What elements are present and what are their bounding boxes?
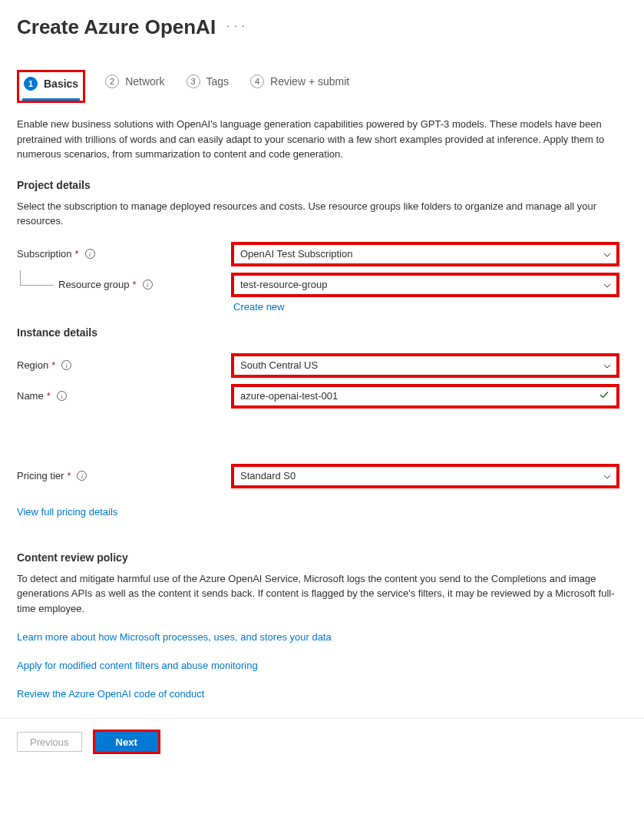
required-indicator: * — [67, 470, 71, 481]
validation-check-icon — [598, 389, 610, 403]
region-label: Region * i — [17, 359, 233, 371]
chevron-down-icon — [603, 281, 610, 289]
info-icon[interactable]: i — [143, 280, 153, 290]
tab-label: Basics — [44, 78, 78, 90]
wizard-footer: Previous Next — [0, 718, 644, 765]
tab-label: Tags — [206, 75, 230, 88]
resource-group-label: Resource group * i — [17, 279, 233, 290]
pricing-tier-select[interactable]: Standard S0 — [233, 466, 617, 486]
view-pricing-details-link[interactable]: View full pricing details — [17, 506, 117, 518]
resource-group-select[interactable]: test-resource-group — [233, 275, 617, 295]
tab-tags[interactable]: 3 Tags — [185, 74, 231, 98]
tab-basics[interactable]: 1 Basics — [22, 77, 80, 101]
tab-review-submit[interactable]: 4 Review + submit — [249, 74, 351, 98]
chevron-down-icon — [603, 362, 610, 369]
name-label: Name * i — [17, 390, 233, 402]
pricing-tier-label: Pricing tier * i — [17, 470, 233, 481]
info-icon[interactable]: i — [85, 249, 95, 259]
create-new-link[interactable]: Create new — [233, 301, 284, 313]
subscription-label: Subscription * i — [17, 248, 233, 260]
name-input[interactable]: azure-openai-test-001 — [233, 386, 617, 406]
wizard-tabs: 1 Basics 2 Network 3 Tags 4 Review + sub… — [17, 70, 627, 103]
instance-details-heading: Instance details — [17, 326, 627, 339]
required-indicator: * — [47, 390, 51, 402]
region-value: South Central US — [240, 359, 318, 371]
name-value: azure-openai-test-001 — [240, 390, 338, 402]
chevron-down-icon — [603, 472, 610, 480]
page-title: Create Azure OpenAI — [17, 15, 216, 39]
subscription-select[interactable]: OpenAI Test Subscription — [233, 244, 617, 264]
pricing-tier-value: Standard S0 — [240, 470, 296, 481]
content-review-policy-heading: Content review policy — [17, 551, 627, 564]
next-button[interactable]: Next — [95, 732, 158, 752]
content-review-policy-desc: To detect and mitigate harmful use of th… — [17, 571, 627, 617]
tab-label: Network — [125, 75, 164, 88]
info-icon[interactable]: i — [77, 471, 87, 481]
more-actions-icon[interactable]: · · · — [226, 19, 245, 36]
intro-text: Enable new business solutions with OpenA… — [17, 117, 627, 162]
required-indicator: * — [51, 359, 55, 371]
step-number-icon: 4 — [250, 74, 264, 88]
tab-label: Review + submit — [270, 75, 349, 88]
apply-content-filters-link[interactable]: Apply for modified content filters and a… — [17, 660, 627, 671]
learn-more-data-link[interactable]: Learn more about how Microsoft processes… — [17, 631, 627, 643]
step-number-icon: 1 — [24, 77, 38, 91]
code-of-conduct-link[interactable]: Review the Azure OpenAI code of conduct — [17, 688, 627, 700]
step-number-icon: 3 — [187, 74, 200, 88]
required-indicator: * — [75, 248, 79, 260]
resource-group-value: test-resource-group — [240, 279, 327, 290]
region-select[interactable]: South Central US — [233, 356, 617, 376]
subscription-value: OpenAI Test Subscription — [240, 248, 352, 260]
project-details-desc: Select the subscription to manage deploy… — [17, 199, 627, 229]
chevron-down-icon — [603, 250, 610, 258]
tab-network[interactable]: 2 Network — [104, 74, 166, 98]
project-details-heading: Project details — [17, 179, 627, 191]
info-icon[interactable]: i — [61, 360, 71, 370]
step-number-icon: 2 — [105, 74, 119, 88]
info-icon[interactable]: i — [57, 391, 67, 401]
previous-button[interactable]: Previous — [17, 732, 82, 752]
required-indicator: * — [133, 279, 137, 290]
